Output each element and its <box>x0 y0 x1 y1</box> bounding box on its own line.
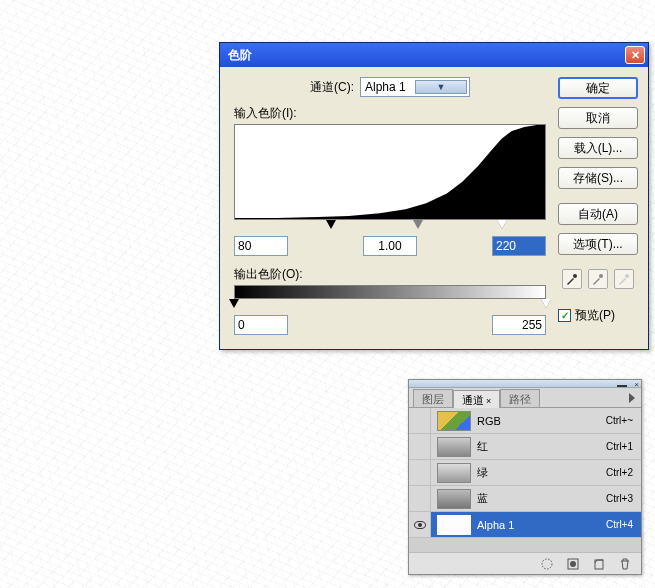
channel-value: Alpha 1 <box>365 80 415 94</box>
channel-row-alpha1[interactable]: Alpha 1 Ctrl+4 <box>409 512 641 538</box>
channel-shortcut: Ctrl+1 <box>606 441 633 452</box>
tab-channels[interactable]: 通道× <box>453 390 500 408</box>
input-slider-track[interactable] <box>234 220 546 232</box>
options-button[interactable]: 选项(T)... <box>558 233 638 255</box>
eye-icon <box>414 521 426 529</box>
channel-row-rgb[interactable]: RGB Ctrl+~ <box>409 408 641 434</box>
output-gradient <box>234 285 546 299</box>
svg-point-3 <box>542 559 552 569</box>
svg-point-1 <box>599 274 603 278</box>
panel-menu-icon[interactable] <box>629 393 635 403</box>
visibility-toggle[interactable] <box>409 408 431 433</box>
output-black-slider[interactable] <box>229 299 239 308</box>
channel-name: Alpha 1 <box>477 519 606 531</box>
channel-shortcut: Ctrl+4 <box>606 519 633 530</box>
delete-channel-icon[interactable] <box>617 556 633 572</box>
channel-label: 通道(C): <box>310 79 354 96</box>
channel-name: 蓝 <box>477 491 606 506</box>
new-channel-icon[interactable] <box>591 556 607 572</box>
tab-layers[interactable]: 图层 <box>413 389 453 407</box>
output-levels-label: 输出色阶(O): <box>234 266 546 283</box>
check-icon: ✓ <box>561 310 569 321</box>
levels-dialog: 色阶 ✕ 通道(C): Alpha 1 ▼ 输入色阶(I): <box>219 42 649 350</box>
tab-close-x: × <box>486 396 491 406</box>
eyedropper-white-icon[interactable] <box>614 269 634 289</box>
eyedropper-gray-icon[interactable] <box>588 269 608 289</box>
input-gamma-field[interactable] <box>363 236 417 256</box>
tab-paths[interactable]: 路径 <box>500 389 540 407</box>
close-icon: ✕ <box>631 49 640 62</box>
load-button[interactable]: 载入(L)... <box>558 137 638 159</box>
visibility-toggle[interactable] <box>409 486 431 511</box>
titlebar[interactable]: 色阶 ✕ <box>220 43 648 67</box>
channel-name: 红 <box>477 439 606 454</box>
ok-button[interactable]: 确定 <box>558 77 638 99</box>
svg-point-0 <box>573 274 577 278</box>
channel-shortcut: Ctrl+~ <box>606 415 633 426</box>
chevron-down-icon: ▼ <box>415 80 467 94</box>
minimize-icon[interactable] <box>617 381 627 387</box>
channels-panel: × 图层 通道× 路径 RGB Ctrl+~ 红 Ctrl+1 绿 Ctrl+2 <box>408 379 642 575</box>
svg-point-5 <box>570 561 576 567</box>
eyedropper-black-icon[interactable] <box>562 269 582 289</box>
input-levels-label: 输入色阶(I): <box>234 105 546 122</box>
channel-row-blue[interactable]: 蓝 Ctrl+3 <box>409 486 641 512</box>
visibility-toggle[interactable] <box>409 460 431 485</box>
visibility-toggle[interactable] <box>409 512 431 537</box>
save-selection-icon[interactable] <box>565 556 581 572</box>
input-gamma-slider[interactable] <box>413 220 423 229</box>
channel-name: RGB <box>477 415 606 427</box>
channel-shortcut: Ctrl+3 <box>606 493 633 504</box>
channel-shortcut: Ctrl+2 <box>606 467 633 478</box>
panel-grip[interactable]: × <box>409 380 641 388</box>
channel-thumbnail <box>437 489 471 509</box>
channel-name: 绿 <box>477 465 606 480</box>
panel-footer <box>409 552 641 574</box>
preview-label: 预览(P) <box>575 307 615 324</box>
channel-thumbnail <box>437 463 471 483</box>
output-slider-track[interactable] <box>234 299 546 311</box>
panel-close-icon[interactable]: × <box>634 380 639 389</box>
visibility-toggle[interactable] <box>409 434 431 459</box>
svg-point-2 <box>625 274 629 278</box>
save-button[interactable]: 存储(S)... <box>558 167 638 189</box>
list-empty-area <box>409 538 641 552</box>
auto-button[interactable]: 自动(A) <box>558 203 638 225</box>
close-button[interactable]: ✕ <box>625 46 645 64</box>
channel-list: RGB Ctrl+~ 红 Ctrl+1 绿 Ctrl+2 蓝 Ctrl+3 Al… <box>409 408 641 552</box>
cancel-button[interactable]: 取消 <box>558 107 638 129</box>
channel-row-green[interactable]: 绿 Ctrl+2 <box>409 460 641 486</box>
input-white-field[interactable] <box>492 236 546 256</box>
channel-combobox[interactable]: Alpha 1 ▼ <box>360 77 470 97</box>
channel-row-red[interactable]: 红 Ctrl+1 <box>409 434 641 460</box>
histogram <box>234 124 546 220</box>
input-black-slider[interactable] <box>326 220 336 229</box>
input-black-field[interactable] <box>234 236 288 256</box>
load-selection-icon[interactable] <box>539 556 555 572</box>
dialog-title: 色阶 <box>228 47 625 64</box>
channel-thumbnail <box>437 437 471 457</box>
output-white-field[interactable] <box>492 315 546 335</box>
output-white-slider[interactable] <box>541 299 551 308</box>
preview-checkbox[interactable]: ✓ <box>558 309 571 322</box>
output-black-field[interactable] <box>234 315 288 335</box>
channel-thumbnail <box>437 515 471 535</box>
channel-thumbnail <box>437 411 471 431</box>
input-white-slider[interactable] <box>497 220 507 229</box>
